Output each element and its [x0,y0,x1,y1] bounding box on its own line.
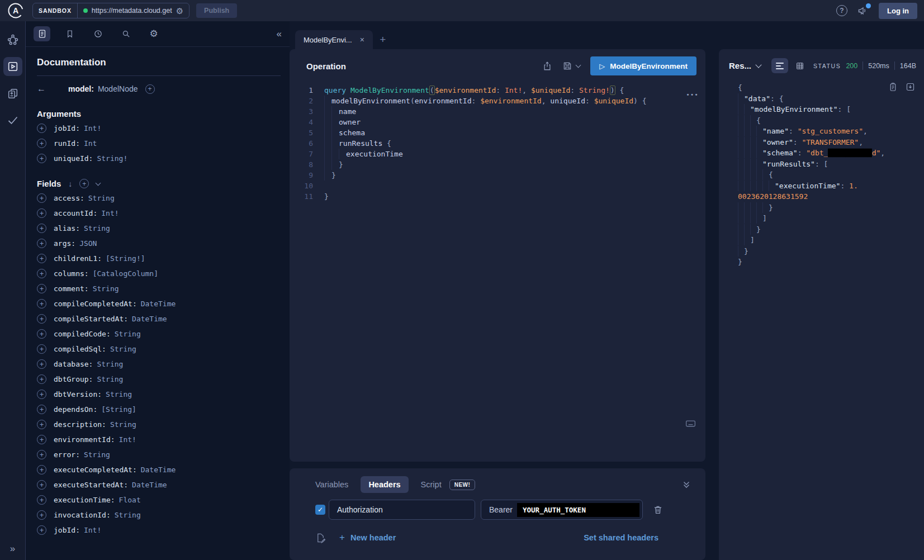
field-row[interactable]: +childrenL1:[String!] [37,253,281,264]
field-row[interactable]: +environmentId:Int! [37,434,281,445]
add-to-query-icon[interactable]: + [37,224,46,233]
field-row[interactable]: +executionTime:Float [37,495,281,505]
add-to-query-icon[interactable]: + [37,435,46,444]
add-to-query-icon[interactable]: + [37,420,46,429]
expand-rail-icon[interactable]: » [10,543,15,554]
field-row[interactable]: +invocationId:String [37,510,281,520]
field-row[interactable]: +description:String [37,419,281,430]
add-to-query-icon[interactable]: + [37,329,46,339]
endpoint-settings-gear-icon[interactable]: ⚙ [176,7,183,15]
add-to-query-icon[interactable]: + [37,208,46,218]
bookmark-icon[interactable] [61,26,78,41]
rail-item-explorer[interactable] [3,57,22,76]
field-row[interactable]: +dbtVersion:String [37,389,281,400]
field-row[interactable]: +alias:String [37,223,281,234]
rail-item-schema[interactable] [3,30,22,49]
documentation-tab-icon[interactable] [34,26,50,41]
field-row[interactable]: +database:String [37,359,281,369]
add-to-query-icon[interactable]: + [37,139,46,148]
table-view-icon[interactable] [792,58,808,73]
header-value-input[interactable]: Bearer YOUR_AUTH_TOKEN [481,500,643,520]
add-to-query-icon[interactable]: + [37,525,46,535]
field-row[interactable]: +accountId:Int! [37,208,281,219]
raw-view-icon[interactable] [771,58,788,73]
endpoint-url-input[interactable]: https://metadata.cloud.get ⚙ [78,3,189,18]
publish-button[interactable]: Publish [196,3,237,18]
close-tab-icon[interactable]: × [360,35,364,44]
keyboard-shortcuts-icon[interactable] [685,417,696,429]
add-to-query-icon[interactable]: + [37,254,46,263]
announcements-megaphone-icon[interactable] [857,5,869,16]
chevron-down-icon[interactable] [96,180,101,186]
add-to-query-icon[interactable]: + [37,390,46,399]
sort-fields-icon[interactable]: ↓ [68,179,72,188]
add-to-query-icon[interactable]: + [37,480,46,490]
add-to-query-icon[interactable]: + [37,359,46,369]
tab-script[interactable]: Script [421,480,442,489]
argument-row[interactable]: +jobId:Int! [37,123,281,134]
add-to-query-icon[interactable]: + [37,465,46,474]
login-button[interactable]: Log in [879,3,917,19]
header-enabled-checkbox[interactable]: ✓ [315,505,325,515]
copy-response-clipboard-icon[interactable] [888,82,898,92]
field-row[interactable]: +executeStartedAt:DateTime [37,480,281,490]
field-row[interactable]: +dependsOn:[String] [37,404,281,415]
add-to-query-icon[interactable]: + [37,299,46,309]
save-options-chevron-icon[interactable] [576,63,581,68]
add-to-query-icon[interactable]: + [37,284,46,293]
argument-row[interactable]: +runId:Int [37,138,281,149]
add-to-query-icon[interactable]: + [37,269,46,278]
add-to-query-icon[interactable]: + [37,405,46,414]
explorer-settings-gear-icon[interactable]: ⚙ [145,26,162,41]
delete-header-trash-icon[interactable] [653,505,663,515]
field-row[interactable]: +error:String [37,449,281,460]
editor-more-options-icon[interactable]: ••• [686,89,699,100]
add-to-query-icon[interactable]: + [37,344,46,354]
add-to-query-icon[interactable]: + [37,154,46,163]
field-row[interactable]: +compileStartedAt:DateTime [37,314,281,324]
response-title[interactable]: Res... [729,61,751,70]
edit-headers-as-json-icon[interactable] [315,533,326,543]
auth-token-value[interactable]: YOUR_AUTH_TOKEN [517,503,639,517]
add-to-query-icon[interactable]: + [37,510,46,520]
add-to-query-icon[interactable]: + [37,314,46,324]
new-tab-button[interactable]: + [373,30,393,49]
field-row[interactable]: +comment:String [37,283,281,294]
new-header-button[interactable]: + New header [339,532,396,543]
rail-item-operation-collections[interactable] [3,84,22,103]
back-arrow-icon[interactable]: ← [37,84,46,94]
add-fields-icon[interactable]: + [79,179,89,188]
search-icon[interactable] [117,26,134,41]
help-icon[interactable]: ? [836,5,847,16]
field-row[interactable]: +args:JSON [37,238,281,249]
argument-row[interactable]: +uniqueId:String! [37,153,281,164]
collapse-panel-double-chevron-icon[interactable] [682,480,691,489]
field-row[interactable]: +dbtGroup:String [37,374,281,385]
model-type[interactable]: ModelNode [98,84,138,93]
field-row[interactable]: +executeCompletedAt:DateTime [37,464,281,475]
field-row[interactable]: +compiledSql:String [37,344,281,354]
add-to-query-icon[interactable]: + [37,193,46,203]
field-row[interactable]: +access:String [37,193,281,203]
share-icon[interactable] [542,61,552,71]
rail-item-checks[interactable] [3,111,22,130]
history-icon[interactable] [89,26,106,41]
run-operation-button[interactable]: ▷ ModelByEnvironment [590,56,696,75]
tab-variables[interactable]: Variables [315,480,348,489]
field-row[interactable]: +compileCompletedAt:DateTime [37,298,281,309]
field-row[interactable]: +compiledCode:String [37,329,281,339]
tab-headers[interactable]: Headers [361,476,408,493]
add-to-query-icon[interactable]: + [37,374,46,384]
header-name-input[interactable]: Authorization [329,500,475,520]
field-row[interactable]: +jobId:Int! [37,525,281,535]
set-shared-headers-link[interactable]: Set shared headers [584,533,658,542]
download-response-icon[interactable] [906,82,915,92]
add-to-query-icon[interactable]: + [37,495,46,505]
add-to-query-icon[interactable]: + [37,239,46,248]
add-to-query-icon[interactable]: + [37,124,46,133]
operation-tab[interactable]: ModelByEnvi... × [295,30,373,49]
collapse-docs-panel-icon[interactable]: « [277,29,282,40]
operation-editor[interactable]: 1query ModelByEnvironment($environmentId… [290,83,705,462]
save-icon[interactable] [562,61,572,71]
field-row[interactable]: +columns:[CatalogColumn] [37,268,281,279]
